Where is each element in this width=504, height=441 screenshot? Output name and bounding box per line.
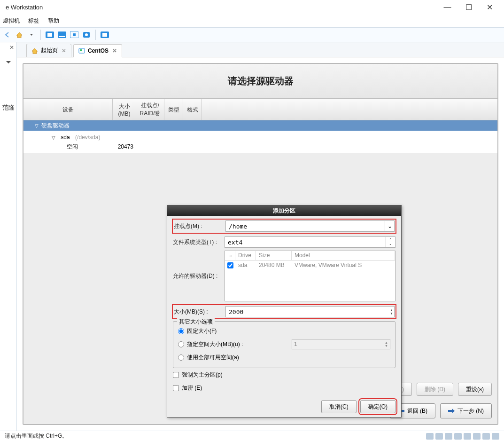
panel-title: 请选择源驱动器 [23,64,497,99]
radio-use-all[interactable] [178,354,184,361]
nav-bar: 返回 (B) 下一步 (N) [390,403,492,418]
status-icon-8[interactable] [492,433,499,440]
drive-col-drive: Drive [235,251,256,260]
col-mount: 挂载点/ RAID/卷 [136,99,164,120]
size-spinner[interactable]: ▲▼ [225,306,395,317]
size-label: 大小(MB)(S) : [174,308,225,316]
encrypt-label: 加密 (E) [182,384,202,392]
toolbar-screen1-icon[interactable] [44,29,56,41]
close-button[interactable]: ✕ [479,0,500,14]
free-label: 空闲 [67,143,78,150]
size-options-group: 其它大小选项 固定大小(F) 指定空间大小(MB)(u) : 1 [173,321,395,368]
toolbar-back-icon[interactable] [1,29,13,41]
fill-down-icon: ▼ [385,344,388,347]
toolbar-screen5-icon[interactable] [99,29,111,41]
checkbox-encrypt[interactable] [173,385,179,391]
tree-row-sda[interactable]: ▽ sda (/dev/sda) [23,133,497,142]
drives-label: 允许的驱动器(D) : [173,272,225,280]
col-type: 类型 [164,99,183,120]
menu-bar: 虚拟机 标签 帮助 [0,14,504,27]
installer-panel: 请选择源驱动器 设备 大小 (MB) 挂载点/ RAID/卷 类型 格式 ▽ 硬… [23,63,498,425]
group-hdd[interactable]: ▽ 硬盘驱动器 [23,120,497,131]
tab-centos-label: CentOS [88,47,109,54]
document-tabs: 起始页 ✕ CentOS ✕ [17,42,504,57]
reset-button[interactable]: 重设(s) [458,383,492,396]
toolbar [0,27,504,42]
size-options-legend: 其它大小选项 [177,318,215,326]
col-format: 格式 [183,99,202,120]
size-down-icon[interactable]: ▼ [390,312,393,315]
tab-home-close-icon[interactable]: ✕ [62,47,66,54]
toolbar-screen2-icon[interactable] [56,29,68,41]
radio-fill-upto[interactable] [178,341,184,347]
drive-sda-size: 20480 MB [256,261,292,269]
menu-help[interactable]: 帮助 [48,17,59,25]
fs-combo[interactable]: ⌃⌄ [225,236,395,248]
fs-dropdown-icon[interactable]: ⌃⌄ [386,237,395,247]
svg-rect-5 [73,33,76,36]
device-table-header: 设备 大小 (MB) 挂载点/ RAID/卷 类型 格式 [23,99,497,120]
fill-upto-value: 1 [294,341,297,347]
radio-fill-upto-label: 指定空间大小(MB)(u) : [187,340,243,348]
home-icon [31,47,38,54]
sidebar-close-icon[interactable]: ✕ [9,44,14,51]
status-icon-3[interactable] [445,433,452,440]
menu-tabs[interactable]: 标签 [28,17,39,25]
ok-button[interactable]: 确定(O) [360,400,395,413]
status-bar: 请点击里面或按 Ctrl+G。 [0,431,504,441]
col-size: 大小 (MB) [113,99,136,120]
mount-dropdown-icon[interactable]: ⌄ [385,221,394,231]
svg-rect-3 [59,36,65,37]
window-title: e Workstation [6,4,437,11]
drive-sda-name: sda [235,261,256,269]
tree-row-free[interactable]: 空闲 20473 [23,142,497,151]
sda-name: sda [61,134,70,141]
radio-use-all-label: 使用全部可用空间(a) [187,354,239,362]
tab-centos[interactable]: CentOS ✕ [73,44,122,57]
tab-home[interactable]: 起始页 ✕ [26,44,71,57]
drive-sda-checkbox[interactable] [227,262,233,268]
status-hint: 请点击里面或按 Ctrl+G。 [5,432,68,440]
mount-input[interactable] [226,221,385,231]
status-icon-4[interactable] [454,433,462,440]
group-hdd-label: 硬盘驱动器 [41,122,70,130]
free-size: 20473 [113,143,136,150]
drive-col-size: Size [256,251,292,260]
next-button[interactable]: 下一步 (N) [440,403,492,418]
tab-centos-close-icon[interactable]: ✕ [112,47,117,54]
status-icon-5[interactable] [464,433,471,440]
toolbar-screen3-icon[interactable] [68,29,80,41]
drive-col-check-icon: ○ [225,251,235,260]
cancel-button[interactable]: 取消(C) [321,400,357,413]
drive-row-sda[interactable]: sda 20480 MB VMware, VMware Virtual S [225,260,395,270]
svg-point-7 [85,33,88,36]
radio-fixed[interactable] [178,328,184,334]
fs-input[interactable] [225,237,386,247]
drives-list[interactable]: ○ Drive Size Model sda 20480 MB VMware, [225,251,395,301]
size-up-icon[interactable]: ▲ [390,308,393,312]
status-icon-2[interactable] [435,433,443,440]
menu-vm[interactable]: 虚拟机 [3,17,20,25]
status-icon-1[interactable] [426,433,434,440]
toolbar-screen4-icon[interactable] [80,29,93,41]
maximize-button[interactable]: ☐ [458,0,479,14]
toolbar-dropdown-icon[interactable] [25,29,38,41]
sidebar-panel: ✕ 范隆 [0,42,17,431]
drive-col-model: Model [292,251,395,260]
force-primary-label: 强制为主分区(p) [182,371,223,379]
fill-upto-spinner: 1 ▲▼ [292,339,390,349]
status-icon-6[interactable] [473,433,481,440]
fill-up-icon: ▲ [385,341,388,344]
toolbar-home-icon[interactable] [13,29,25,41]
arrow-right-icon [448,409,455,413]
sda-path: (/dev/sda) [75,134,100,141]
status-icon-7[interactable] [482,433,490,440]
mount-combo[interactable]: ⌄ [225,220,395,232]
svg-rect-11 [80,49,82,51]
checkbox-force-primary[interactable] [173,372,179,378]
size-input[interactable] [226,307,390,317]
collapse-arrow-icon: ▽ [35,123,39,128]
sidebar-partial-text: 范隆 [0,103,16,112]
vm-icon [78,47,85,54]
minimize-button[interactable]: — [437,0,458,14]
